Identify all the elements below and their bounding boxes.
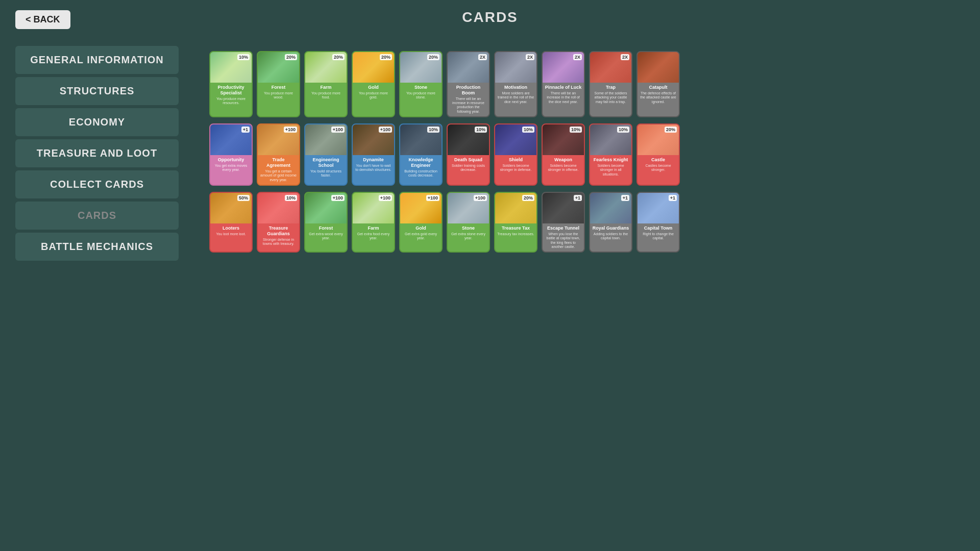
back-button[interactable]: < BACK [15, 10, 70, 29]
card-desc-productivity-specialist: You produce more resources. [212, 97, 250, 106]
card-forest[interactable]: 20%ForestYou produce more wood. [257, 51, 300, 117]
card-info-weapon: WeaponSoldiers become stronger in offens… [543, 155, 584, 175]
card-badge-production-boom: 2X [478, 54, 487, 60]
card-info-gold: GoldYou produce more gold. [353, 83, 394, 103]
card-productivity-specialist[interactable]: 10%Productivity SpecialistYou produce mo… [209, 51, 253, 117]
card-royal-guardians[interactable]: +1Royal GuardiansAdding soldiers to the … [589, 192, 632, 253]
cards-row-0: 10%Productivity SpecialistYou produce mo… [209, 51, 965, 117]
card-badge-productivity-specialist: 10% [237, 54, 250, 60]
card-death-squad[interactable]: 10%Death SquadSoldier training costs dec… [447, 123, 490, 186]
card-desc-engineering-school: You build structures faster. [307, 169, 345, 178]
page-title: CARDS [0, 0, 980, 31]
card-catapult[interactable]: CatapultThe defence effects of the attac… [636, 51, 680, 117]
sidebar-item-battle-mechanics[interactable]: BATTLE MECHANICS [15, 233, 179, 261]
card-info-fearless-knight: Fearless KnightSoldiers become stronger … [590, 155, 631, 179]
card-name-farm2: Farm [355, 226, 392, 231]
card-info-stone2: StoneGet extra stone every year. [448, 223, 489, 243]
card-desc-capital-town: Right to change the capital. [640, 232, 677, 241]
card-shield[interactable]: 10%ShieldSoldiers become stronger in def… [494, 123, 537, 186]
card-desc-treasure-tax: Treasury tax increases. [497, 232, 534, 236]
card-name-treasure-guardians: Treasure Guardians [260, 226, 297, 237]
card-info-engineering-school: Engineering SchoolYou build structures f… [305, 155, 347, 180]
card-badge-treasure-tax: 20% [522, 195, 534, 201]
card-farm2[interactable]: +100FarmGet extra food every year. [352, 192, 395, 253]
sidebar-item-economy[interactable]: ECONOMY [15, 108, 179, 136]
card-badge-death-squad: 10% [475, 127, 487, 133]
card-production-boom[interactable]: 2XProduction BoomThere will be an increa… [447, 51, 490, 117]
card-knowledge-engineer[interactable]: 10%Knowledge EngineerBuilding constructi… [399, 123, 443, 186]
card-info-capital-town: Capital TownRight to change the capital. [638, 223, 679, 243]
sidebar-item-treasure-and-loot[interactable]: TREASURE AND LOOT [15, 139, 179, 167]
card-badge-trap: 2X [621, 54, 629, 60]
card-badge-royal-guardians: +1 [621, 195, 629, 201]
card-opportunity[interactable]: +1OpportunityYou get extra moves every y… [209, 123, 253, 186]
card-info-treasure-guardians: Treasure GuardiansStronger defense in to… [258, 223, 299, 248]
card-name-dynamite: Dynamite [355, 157, 392, 163]
card-desc-castle: Castles become stronger. [640, 164, 677, 172]
card-badge-shield: 10% [522, 127, 534, 133]
card-name-motivation: Motivation [497, 85, 534, 90]
card-trade-agreement[interactable]: +100Trade AgreementYou get a certain amo… [257, 123, 300, 186]
card-desc-farm: You produce more food. [307, 91, 345, 100]
card-info-motivation: MotivationMore soldiers are trained in t… [495, 83, 536, 107]
card-stone[interactable]: 20%StoneYou produce more stone. [399, 51, 443, 117]
sidebar-item-structures[interactable]: STRUCTURES [15, 77, 179, 105]
sidebar-item-cards[interactable]: CARDS [15, 202, 179, 230]
card-badge-knowledge-engineer: 10% [427, 127, 439, 133]
card-escape-tunnel[interactable]: +1Escape TunnelWhen you lose the battle … [542, 192, 585, 253]
card-trap[interactable]: 2XTrapSome of the soldiers attacking you… [589, 51, 632, 117]
card-name-engineering-school: Engineering School [307, 157, 345, 168]
card-info-pinnacle-of-luck: Pinnacle of LuckThere will be an increas… [543, 83, 584, 107]
card-info-opportunity: OpportunityYou get extra moves every yea… [210, 155, 252, 175]
card-desc-opportunity: You get extra moves every year. [212, 164, 250, 172]
card-castle[interactable]: 20%CastleCastles become stronger. [636, 123, 680, 186]
card-desc-gold2: Get extra gold every year. [402, 232, 439, 241]
card-info-trap: TrapSome of the soldiers attacking your … [590, 83, 631, 107]
card-badge-opportunity: +1 [241, 127, 250, 133]
card-badge-fearless-knight: 10% [617, 127, 629, 133]
card-name-trade-agreement: Trade Agreement [260, 157, 297, 168]
card-badge-gold2: +100 [426, 195, 439, 201]
card-weapon[interactable]: 10%WeaponSoldiers become stronger in off… [542, 123, 585, 186]
card-treasure-guardians[interactable]: 10%Treasure GuardiansStronger defense in… [257, 192, 300, 253]
card-gold2[interactable]: +100GoldGet extra gold every year. [399, 192, 443, 253]
card-badge-motivation: 2X [526, 54, 534, 60]
card-badge-stone: 20% [427, 54, 439, 60]
card-badge-forest2: +100 [331, 195, 345, 201]
card-desc-shield: Soldiers become stronger in defense. [497, 164, 534, 172]
card-image-catapult [638, 52, 679, 83]
card-name-death-squad: Death Squad [450, 157, 487, 163]
card-dynamite[interactable]: +100DynamiteYou don't have to wait to de… [352, 123, 395, 186]
card-name-gold: Gold [355, 85, 392, 90]
card-name-weapon: Weapon [545, 157, 582, 163]
sidebar-item-general-information[interactable]: GENERAL INFORMATION [15, 46, 179, 74]
card-name-escape-tunnel: Escape Tunnel [545, 226, 582, 231]
card-fearless-knight[interactable]: 10%Fearless KnightSoldiers become strong… [589, 123, 632, 186]
card-badge-weapon: 10% [570, 127, 582, 133]
sidebar-item-collect-cards[interactable]: COLLECT CARDS [15, 170, 179, 198]
card-desc-forest: You produce more wood. [260, 91, 297, 100]
card-desc-fearless-knight: Soldiers become stronger in all situatio… [592, 164, 629, 177]
card-name-stone: Stone [402, 85, 439, 90]
card-name-catapult: Catapult [640, 85, 677, 90]
card-capital-town[interactable]: +1Capital TownRight to change the capita… [636, 192, 680, 253]
card-info-castle: CastleCastles become stronger. [638, 155, 679, 175]
card-treasure-tax[interactable]: 20%Treasure TaxTreasury tax increases. [494, 192, 537, 253]
card-info-forest2: ForestGet extra wood every year. [305, 223, 347, 243]
main-content: 10%Productivity SpecialistYou produce mo… [204, 41, 970, 541]
card-engineering-school[interactable]: +100Engineering SchoolYou build structur… [304, 123, 348, 186]
card-pinnacle-of-luck[interactable]: 2XPinnacle of LuckThere will be an incre… [542, 51, 585, 117]
card-name-pinnacle-of-luck: Pinnacle of Luck [545, 85, 582, 90]
card-desc-stone: You produce more stone. [402, 91, 439, 100]
card-motivation[interactable]: 2XMotivationMore soldiers are trained in… [494, 51, 537, 117]
card-gold[interactable]: 20%GoldYou produce more gold. [352, 51, 395, 117]
card-name-capital-town: Capital Town [640, 226, 677, 231]
card-forest2[interactable]: +100ForestGet extra wood every year. [304, 192, 348, 253]
card-info-productivity-specialist: Productivity SpecialistYou produce more … [210, 83, 252, 108]
card-looters[interactable]: 50%LootersYou loot more loot. [209, 192, 253, 253]
card-badge-capital-town: +1 [669, 195, 677, 201]
card-badge-trade-agreement: +100 [284, 127, 297, 133]
card-stone2[interactable]: +100StoneGet extra stone every year. [447, 192, 490, 253]
card-farm[interactable]: 20%FarmYou produce more food. [304, 51, 348, 117]
card-desc-gold: You produce more gold. [355, 91, 392, 100]
